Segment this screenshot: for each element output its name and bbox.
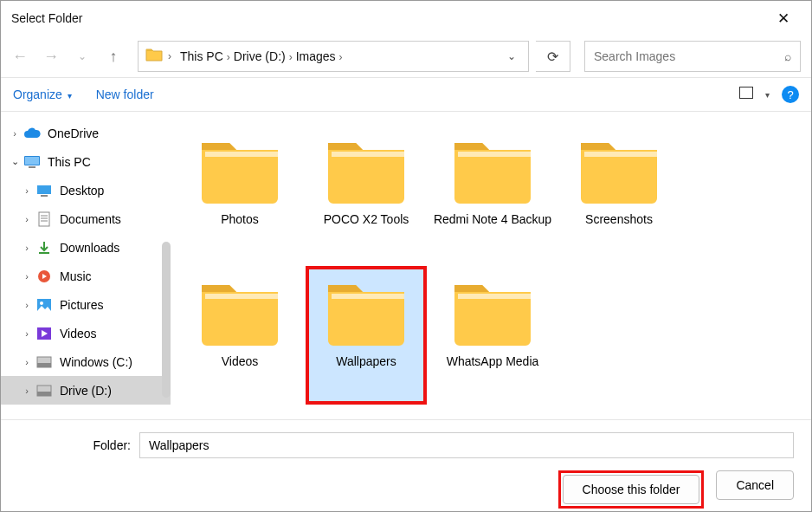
svg-rect-18 [205, 152, 278, 157]
title-bar: Select Folder ✕ [1, 1, 811, 36]
close-button[interactable]: ✕ [766, 10, 801, 28]
sidebar-item-label: Music [60, 269, 92, 283]
search-box[interactable]: ⌕ [584, 41, 801, 72]
view-dropdown-icon[interactable]: ▾ [765, 90, 770, 100]
svg-rect-20 [458, 152, 531, 157]
folder-icon [323, 273, 409, 349]
folder-field-row: Folder: [1, 420, 811, 467]
folder-label: Wallpapers [336, 354, 396, 370]
svg-rect-21 [584, 152, 657, 157]
folder-label: Redmi Note 4 Backup [434, 212, 551, 228]
folder-grid: PhotosPOCO X2 ToolsRedmi Note 4 BackupSc… [171, 112, 811, 419]
sidebar-item-label: Desktop [60, 184, 104, 198]
folder-name-input[interactable] [139, 432, 794, 458]
svg-point-12 [40, 301, 43, 305]
folder-icon [449, 131, 536, 207]
up-icon[interactable]: ↑ [105, 48, 122, 66]
new-folder-button[interactable]: New folder [96, 87, 154, 101]
sidebar-item-label: Drive (D:) [60, 384, 112, 398]
recent-dropdown-icon[interactable]: ⌄ [74, 50, 91, 62]
chevron-right-icon[interactable]: › [339, 51, 343, 63]
search-input[interactable] [594, 49, 784, 63]
sidebar-item[interactable]: ›Desktop [1, 176, 171, 204]
folder-icon [145, 47, 163, 66]
choose-folder-button[interactable]: Choose this folder [563, 475, 700, 504]
folder-label: Screenshots [585, 212, 653, 228]
svg-rect-5 [39, 212, 49, 226]
folder-label: WhatsApp Media [447, 354, 539, 370]
folder-item[interactable]: Photos [179, 124, 300, 262]
help-button[interactable]: ? [782, 86, 799, 103]
chevron-down-icon[interactable]: ⌄ [8, 156, 22, 167]
svg-rect-19 [332, 152, 404, 157]
folder-item[interactable]: Videos [179, 266, 300, 405]
chevron-right-icon[interactable]: › [20, 243, 34, 253]
sidebar-item[interactable]: ›Pictures [1, 290, 171, 319]
svg-rect-24 [458, 294, 531, 299]
chevron-right-icon[interactable]: › [20, 300, 34, 310]
svg-rect-9 [39, 252, 49, 254]
chevron-right-icon[interactable]: › [20, 185, 34, 196]
sidebar-item-onedrive[interactable]: › OneDrive [1, 119, 171, 147]
cancel-button[interactable]: Cancel [716, 470, 794, 500]
sidebar-item-label: Documents [60, 212, 121, 226]
sidebar-item[interactable]: ›Drive (D:) [1, 376, 171, 405]
folder-label: Photos [221, 212, 259, 228]
view-icon [739, 87, 753, 99]
svg-rect-2 [29, 166, 35, 168]
sidebar-item[interactable]: ›Music [1, 262, 171, 290]
sidebar-item-label: Pictures [60, 298, 104, 312]
folder-icon [449, 273, 536, 349]
address-dropdown-icon[interactable]: ⌄ [502, 50, 521, 62]
scrollbar[interactable] [162, 242, 171, 398]
folder-item[interactable]: Screenshots [558, 124, 680, 262]
item-icon [35, 211, 53, 228]
organize-button[interactable]: Organize ▾ [13, 87, 72, 101]
folder-icon [197, 273, 283, 349]
folder-item[interactable]: WhatsApp Media [432, 266, 553, 405]
item-icon [35, 239, 53, 256]
folder-icon [323, 131, 409, 207]
sidebar-item[interactable]: ›Downloads [1, 233, 171, 262]
chevron-right-icon[interactable]: › [20, 214, 34, 224]
chevron-right-icon[interactable]: › [8, 128, 22, 139]
chevron-right-icon[interactable]: › [168, 50, 171, 62]
breadcrumb-segment[interactable]: This PC [177, 48, 227, 65]
forward-icon[interactable]: → [42, 48, 60, 66]
item-icon [35, 353, 53, 371]
command-bar: Organize ▾ New folder ▾ ? [1, 78, 811, 111]
svg-rect-15 [37, 363, 51, 367]
sidebar-item[interactable]: ›Documents [1, 204, 171, 233]
sidebar-item[interactable]: ›Videos [1, 319, 171, 347]
pc-icon [23, 153, 41, 171]
chevron-right-icon[interactable]: › [20, 328, 34, 339]
folder-item[interactable]: Wallpapers [306, 266, 427, 405]
breadcrumb-segment[interactable]: Drive (D:) [230, 48, 289, 65]
sidebar-item-thispc[interactable]: ⌄ This PC [1, 147, 171, 176]
chevron-right-icon[interactable]: › [20, 271, 34, 282]
item-icon [35, 268, 53, 285]
svg-rect-17 [37, 392, 51, 396]
folder-item[interactable]: POCO X2 Tools [306, 124, 427, 262]
folder-item[interactable]: Redmi Note 4 Backup [432, 124, 553, 262]
sidebar-item-label: Videos [60, 327, 97, 340]
sidebar: › OneDrive ⌄ This PC ›Desktop›Documents›… [1, 112, 171, 419]
folder-label: POCO X2 Tools [324, 212, 409, 228]
svg-rect-22 [205, 294, 278, 299]
item-icon [35, 182, 53, 199]
sidebar-item-label: This PC [48, 155, 91, 169]
address-bar[interactable]: › This PC›Drive (D:)›Images› ⌄ [138, 41, 529, 72]
search-icon[interactable]: ⌕ [784, 49, 791, 63]
back-icon[interactable]: ← [11, 48, 29, 66]
view-button[interactable] [739, 87, 753, 102]
svg-rect-4 [41, 195, 48, 197]
item-icon [35, 296, 53, 314]
sidebar-item[interactable]: ›Windows (C:) [1, 347, 171, 376]
svg-rect-3 [37, 185, 51, 194]
item-icon [35, 325, 53, 342]
chevron-right-icon[interactable]: › [20, 386, 34, 396]
breadcrumb-segment[interactable]: Images [293, 48, 339, 65]
folder-icon [197, 131, 283, 207]
refresh-button[interactable]: ⟳ [536, 41, 570, 72]
chevron-right-icon[interactable]: › [20, 357, 34, 367]
